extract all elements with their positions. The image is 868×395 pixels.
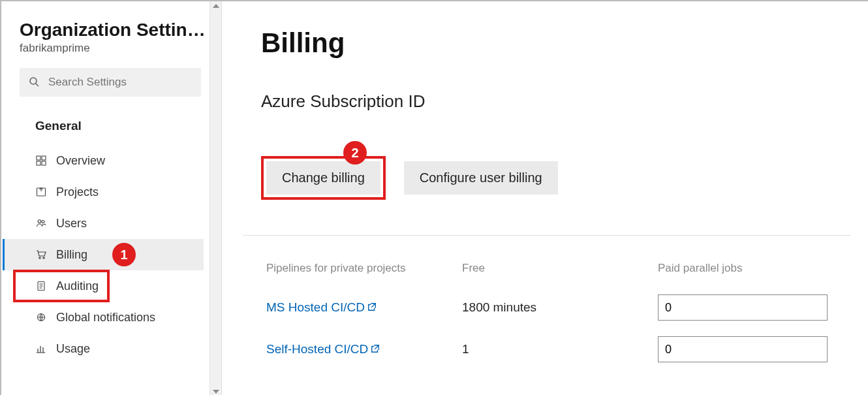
table-row: Self-Hosted CI/CD 1 [261,328,843,370]
svg-rect-5 [42,161,46,165]
projects-icon [35,186,47,198]
col-header-free: Free [457,255,653,287]
svg-point-10 [43,257,44,259]
sidebar-item-label: Overview [56,154,105,168]
configure-user-billing-button[interactable]: Configure user billing [404,161,558,195]
sidebar-nav: Overview Projects [20,145,211,364]
divider [243,235,851,236]
svg-rect-2 [37,156,40,160]
link-label: Self-Hosted CI/CD [266,342,368,356]
pipelines-table: Pipelines for private projects Free Paid… [261,255,843,370]
table-row: MS Hosted CI/CD 1800 minutes [261,287,843,328]
sidebar-scrollbar[interactable] [209,1,221,395]
svg-point-9 [39,257,40,259]
sidebar-item-global-notifications[interactable]: Global notifications [3,302,204,333]
self-hosted-link[interactable]: Self-Hosted CI/CD [266,342,380,356]
sidebar-item-auditing[interactable]: Auditing [3,270,204,302]
svg-rect-3 [42,156,46,160]
external-link-icon [367,302,377,311]
sidebar-item-label: Global notifications [56,311,155,324]
sidebar-item-billing[interactable]: Billing [3,239,204,270]
sidebar-section-general: General [35,119,211,133]
svg-line-1 [36,84,39,86]
overview-icon [35,155,47,166]
sidebar-item-label: Auditing [56,279,99,293]
auditing-icon [35,280,47,292]
users-icon [35,217,47,229]
svg-point-8 [42,221,44,223]
sidebar-item-projects[interactable]: Projects [3,176,204,208]
sidebar-item-usage[interactable]: Usage [3,333,204,364]
sidebar-item-overview[interactable]: Overview [3,145,204,176]
sidebar-item-users[interactable]: Users [3,208,204,239]
usage-icon [35,343,47,355]
ms-hosted-link[interactable]: MS Hosted CI/CD [266,300,377,314]
search-icon [29,76,40,88]
paid-jobs-input-self[interactable] [658,336,828,362]
link-label: MS Hosted CI/CD [266,300,365,314]
col-header-pipelines: Pipelines for private projects [261,255,457,287]
svg-point-7 [38,220,41,223]
sidebar-item-label: Usage [56,342,90,356]
search-input[interactable] [47,75,192,89]
col-header-paid: Paid parallel jobs [653,255,843,287]
sidebar-item-label: Users [56,217,87,230]
main-content: Billing Azure Subscription ID Change bil… [222,1,868,395]
cart-icon [35,249,47,261]
sidebar-subtitle: fabrikamprime [20,42,211,55]
free-value: 1800 minutes [457,287,653,328]
page-title: Billing [261,27,868,59]
scroll-down-icon [213,390,219,394]
sidebar-item-label: Billing [56,248,87,262]
app-root: Organization Settin… fabrikamprime Gener… [1,1,868,395]
external-link-icon [371,344,380,353]
section-title-subscription: Azure Subscription ID [261,91,868,112]
pipelines-table-wrap: Pipelines for private projects Free Paid… [261,255,868,370]
sidebar: Organization Settin… fabrikamprime Gener… [1,1,222,395]
svg-rect-4 [37,161,40,165]
sidebar-title: Organization Settin… [20,20,211,40]
billing-button-row: Change billing Configure user billing [261,156,868,200]
free-value: 1 [457,328,653,370]
change-billing-button[interactable]: Change billing [266,161,380,195]
search-settings-box[interactable] [20,68,201,97]
notifications-icon [35,311,47,323]
annotation-box-2: Change billing [261,156,386,200]
svg-point-0 [30,78,37,84]
paid-jobs-input-ms[interactable] [658,294,828,321]
sidebar-item-label: Projects [56,185,99,199]
scroll-up-icon [213,4,219,8]
